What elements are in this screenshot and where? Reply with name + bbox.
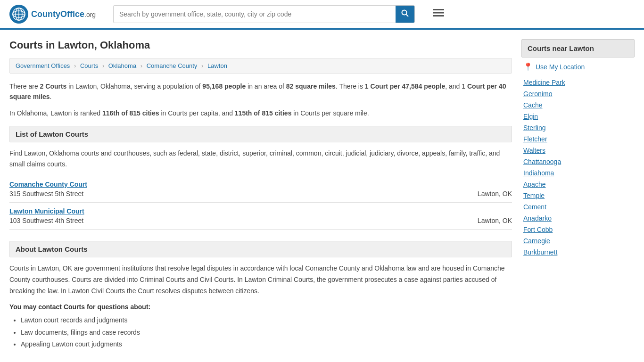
breadcrumb-sep-1: › xyxy=(74,62,76,69)
search-button[interactable] xyxy=(396,6,414,23)
svg-rect-10 xyxy=(433,15,444,16)
search-input[interactable] xyxy=(114,7,396,22)
population: 95,168 people xyxy=(202,82,246,90)
use-my-location-link[interactable]: Use My Location xyxy=(536,63,585,71)
content-area: Courts in Lawton, Oklahoma Government Of… xyxy=(9,39,512,350)
breadcrumb-sep-3: › xyxy=(140,62,142,69)
breadcrumb-comanche-county[interactable]: Comanche County xyxy=(147,62,198,69)
sidebar-link-indiahoma[interactable]: Indiahoma xyxy=(523,169,554,177)
per-capita: 1 Court per 47,584 people xyxy=(365,82,445,90)
sidebar-link-medicine-park[interactable]: Medicine Park xyxy=(523,79,565,86)
rank-capita: 116th of 815 cities xyxy=(102,109,159,117)
sidebar-link-anadarko[interactable]: Anadarko xyxy=(523,214,552,222)
search-bar xyxy=(113,5,415,23)
breadcrumb-courts[interactable]: Courts xyxy=(80,62,98,69)
breadcrumb-sep-4: › xyxy=(201,62,203,69)
sidebar-link-walters[interactable]: Walters xyxy=(523,147,545,154)
sidebar-link-temple[interactable]: Temple xyxy=(523,192,545,199)
court-item-comanche: Comanche County Court 315 Southwest 5th … xyxy=(9,176,512,203)
court-count: 2 Courts xyxy=(40,82,67,90)
court-link-comanche[interactable]: Comanche County Court xyxy=(9,181,87,188)
court-link-lawton-municipal[interactable]: Lawton Municipal Court xyxy=(9,207,84,215)
sidebar-link-cache[interactable]: Cache xyxy=(523,101,542,109)
sidebar-link-apache[interactable]: Apache xyxy=(523,181,545,188)
svg-rect-8 xyxy=(433,9,444,10)
sidebar-item-fletcher: Fletcher xyxy=(523,133,633,145)
nearby-cities-list: Medicine ParkGeronimoCacheElginSterlingF… xyxy=(521,77,635,258)
court-city-lawton-municipal: Lawton, OK xyxy=(478,217,512,224)
hamburger-menu-button[interactable] xyxy=(429,5,448,23)
contact-list: Lawton court records and judgments Law d… xyxy=(9,314,512,350)
breadcrumb-lawton[interactable]: Lawton xyxy=(207,62,227,69)
sidebar-item-chattanooga: Chattanooga xyxy=(523,156,633,167)
search-icon xyxy=(401,9,409,17)
sidebar-link-elgin[interactable]: Elgin xyxy=(523,113,538,120)
intro-paragraph-1: There are 2 Courts in Lawton, Oklahoma, … xyxy=(9,81,512,102)
svg-line-7 xyxy=(406,15,409,17)
location-pin-icon: 📍 xyxy=(523,62,533,71)
breadcrumb-sep-2: › xyxy=(102,62,104,69)
main-container: Courts in Lawton, Oklahoma Government Of… xyxy=(0,30,644,360)
breadcrumb-government-offices[interactable]: Government Offices xyxy=(16,62,70,69)
contact-item-1: Lawton court records and judgments xyxy=(21,314,512,326)
list-section-header: List of Lawton Courts xyxy=(9,126,512,142)
court-item-lawton-municipal: Lawton Municipal Court 103 Southwest 4th… xyxy=(9,203,512,230)
sidebar-link-fletcher[interactable]: Fletcher xyxy=(523,135,547,143)
svg-point-6 xyxy=(402,10,407,15)
court-details-comanche: 315 Southwest 5th Street Lawton, OK xyxy=(9,190,512,197)
sidebar-link-geronimo[interactable]: Geronimo xyxy=(523,90,552,98)
contact-label: You may contact Courts for questions abo… xyxy=(9,303,512,311)
court-address-comanche: 315 Southwest 5th Street xyxy=(9,190,83,197)
logo[interactable]: CountyOffice.org xyxy=(9,5,104,24)
contact-item-2: Law documents, filings and case records xyxy=(21,327,512,338)
sidebar-item-walters: Walters xyxy=(523,145,633,156)
about-section-header: About Lawton Courts xyxy=(9,241,512,257)
court-details-lawton-municipal: 103 Southwest 4th Street Lawton, OK xyxy=(9,217,512,224)
sidebar-item-apache: Apache xyxy=(523,179,633,190)
sidebar-link-carnegie[interactable]: Carnegie xyxy=(523,237,550,245)
sidebar-item-medicine-park: Medicine Park xyxy=(523,77,633,88)
sidebar-link-sterling[interactable]: Sterling xyxy=(523,124,545,132)
list-section-desc: Find Lawton, Oklahoma courts and courtho… xyxy=(9,148,512,169)
sidebar-link-chattanooga[interactable]: Chattanooga xyxy=(523,158,561,165)
rank-sqmile: 115th of 815 cities xyxy=(235,109,292,117)
sidebar-link-burkburnett[interactable]: Burkburnett xyxy=(523,248,557,256)
area: 82 square miles xyxy=(286,82,336,90)
breadcrumb: Government Offices › Courts › Oklahoma ›… xyxy=(9,58,512,74)
sidebar-item-fort-cobb: Fort Cobb xyxy=(523,224,633,235)
sidebar-item-burkburnett: Burkburnett xyxy=(523,247,633,258)
logo-icon xyxy=(9,5,28,24)
sidebar-item-anadarko: Anadarko xyxy=(523,213,633,224)
sidebar-item-temple: Temple xyxy=(523,190,633,201)
use-location-row: 📍 Use My Location xyxy=(521,62,635,71)
contact-item-3: Appealing Lawton court judgments xyxy=(21,338,512,350)
intro-paragraph-2: In Oklahoma, Lawton is ranked 116th of 8… xyxy=(9,108,512,118)
hamburger-icon xyxy=(433,7,444,18)
sidebar-item-geronimo: Geronimo xyxy=(523,88,633,99)
sidebar-item-carnegie: Carnegie xyxy=(523,235,633,247)
about-text: Courts in Lawton, OK are government inst… xyxy=(9,263,512,296)
svg-rect-9 xyxy=(433,12,444,14)
sidebar-link-cement[interactable]: Cement xyxy=(523,203,546,211)
sidebar-item-cement: Cement xyxy=(523,201,633,213)
court-city-comanche: Lawton, OK xyxy=(478,190,512,197)
site-header: CountyOffice.org xyxy=(0,0,644,30)
sidebar-item-cache: Cache xyxy=(523,99,633,111)
sidebar: Courts near Lawton 📍 Use My Location Med… xyxy=(521,39,635,350)
court-address-lawton-municipal: 103 Southwest 4th Street xyxy=(9,217,83,224)
page-title: Courts in Lawton, Oklahoma xyxy=(9,39,512,51)
sidebar-link-fort-cobb[interactable]: Fort Cobb xyxy=(523,226,553,233)
sidebar-item-elgin: Elgin xyxy=(523,111,633,122)
sidebar-header: Courts near Lawton xyxy=(521,39,635,58)
logo-text: CountyOffice.org xyxy=(31,9,96,19)
sidebar-item-sterling: Sterling xyxy=(523,122,633,133)
breadcrumb-oklahoma[interactable]: Oklahoma xyxy=(108,62,136,69)
sidebar-item-indiahoma: Indiahoma xyxy=(523,167,633,179)
